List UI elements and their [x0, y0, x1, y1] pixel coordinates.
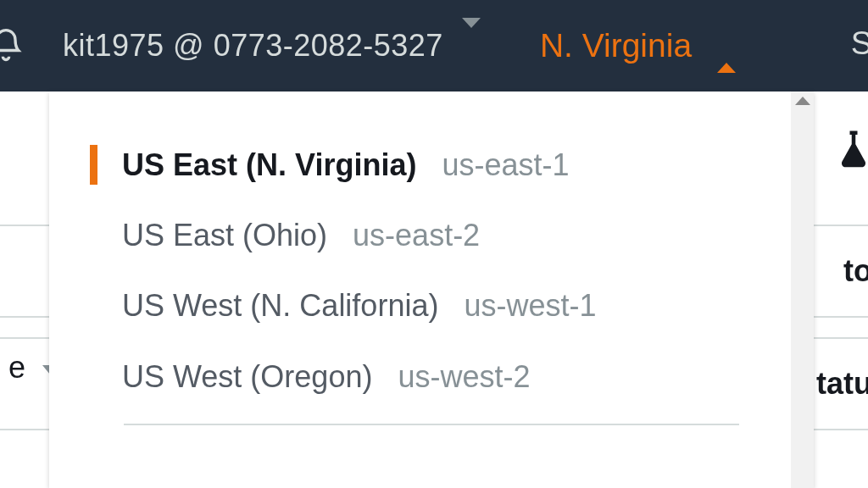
background-text: to — [843, 253, 868, 289]
region-code: us-west-2 — [398, 358, 530, 395]
region-code: us-west-1 — [464, 287, 596, 324]
region-option-us-east-2[interactable]: US East (Ohio) us-east-2 — [49, 200, 814, 270]
scroll-up-icon — [795, 97, 810, 105]
region-dropdown-menu: US East (N. Virginia) us-east-1 US East … — [49, 92, 814, 488]
region-option-us-east-1[interactable]: US East (N. Virginia) us-east-1 — [49, 130, 814, 200]
notifications-button[interactable] — [0, 27, 25, 64]
bell-icon — [0, 27, 25, 64]
region-name: US West (Oregon) — [122, 358, 372, 395]
support-link-fragment[interactable]: S — [851, 25, 868, 62]
account-label: kit1975 @ 0773-2082-5327 — [63, 28, 443, 64]
divider — [124, 424, 739, 425]
top-nav-bar: kit1975 @ 0773-2082-5327 N. Virginia S — [0, 0, 868, 92]
region-code: us-east-1 — [442, 147, 569, 183]
region-name: US East (Ohio) — [122, 217, 327, 253]
region-name: US West (N. California) — [122, 287, 438, 324]
region-dropdown-toggle[interactable]: N. Virginia — [540, 27, 736, 64]
region-option-us-west-2[interactable]: US West (Oregon) us-west-2 — [49, 341, 814, 412]
chevron-up-icon — [717, 28, 736, 64]
region-code: us-east-2 — [353, 217, 480, 253]
account-dropdown[interactable]: kit1975 @ 0773-2082-5327 — [63, 28, 481, 64]
background-text: tatu — [816, 366, 868, 402]
chevron-down-icon — [462, 28, 481, 64]
region-name: US East (N. Virginia) — [122, 147, 416, 183]
flask-icon — [831, 127, 868, 176]
region-option-us-west-1[interactable]: US West (N. California) us-west-1 — [49, 270, 814, 341]
region-current-label: N. Virginia — [540, 27, 692, 64]
